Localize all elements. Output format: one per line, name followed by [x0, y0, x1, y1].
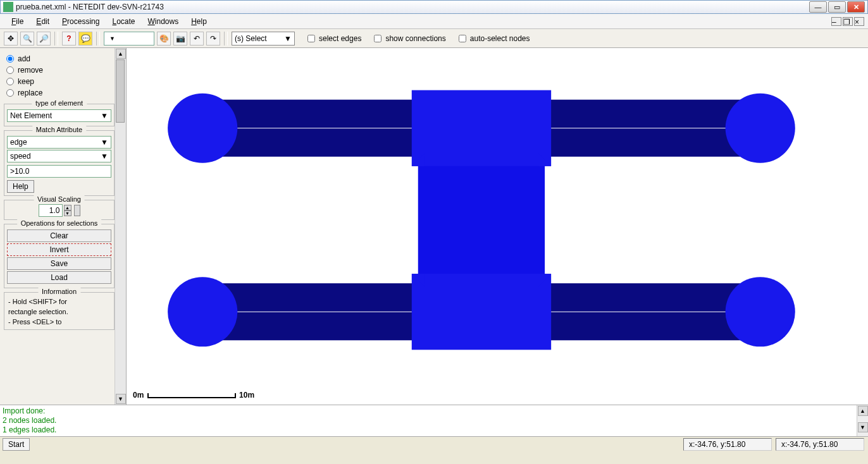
- menu-edit[interactable]: Edit: [30, 16, 56, 27]
- show-connections-input[interactable]: [374, 35, 381, 42]
- menu-bar: File Edit Processing Locate Windows Help…: [0, 14, 868, 29]
- canvas[interactable]: 0m 10m: [127, 48, 868, 405]
- radio-keep-label: keep: [18, 77, 34, 86]
- match-attr-value: speed: [10, 152, 31, 161]
- node[interactable]: [726, 94, 795, 163]
- log-line: 2 nodes loaded.: [3, 416, 865, 425]
- mode-select-combo[interactable]: (s) Select ▼: [232, 32, 295, 46]
- colorwheel-icon[interactable]: 🎨: [157, 32, 171, 46]
- coord-display-2: x:-34.76, y:51.80: [776, 438, 864, 451]
- scale-right: 10m: [239, 391, 254, 400]
- log-scrollbar[interactable]: ▲ ▼: [857, 405, 868, 436]
- select-edges-input[interactable]: [307, 35, 315, 42]
- menu-file[interactable]: File: [5, 16, 30, 27]
- menu-windows[interactable]: Windows: [141, 16, 185, 27]
- spin-up-button[interactable]: ▲: [64, 205, 71, 211]
- menu-locate[interactable]: Locate: [106, 16, 141, 27]
- radio-keep[interactable]: [6, 78, 14, 85]
- scale-bar: [147, 393, 236, 398]
- type-of-element-combo[interactable]: Net Element ▼: [7, 109, 111, 122]
- show-connections-label: show connections: [385, 34, 445, 43]
- auto-select-nodes-checkbox[interactable]: auto-select nodes: [459, 34, 530, 43]
- match-attribute-panel: Match Attribute edge ▼ speed ▼ Help: [4, 130, 115, 196]
- match-attr-combo[interactable]: speed ▼: [7, 150, 111, 162]
- auto-select-nodes-input[interactable]: [459, 35, 466, 42]
- type-of-element-value: Net Element: [10, 111, 52, 120]
- redo-icon[interactable]: ↷: [206, 32, 220, 46]
- separator: [54, 32, 58, 46]
- scroll-down-button[interactable]: ▼: [858, 422, 868, 432]
- node[interactable]: [168, 277, 237, 346]
- chevron-down-icon: ▼: [101, 152, 108, 161]
- move-tool-icon[interactable]: ✥: [4, 32, 18, 46]
- radio-add[interactable]: [6, 55, 14, 63]
- log-line: Import done:: [3, 406, 865, 416]
- info-line-1: - Hold <SHIFT> for: [7, 296, 111, 307]
- show-connections-checkbox[interactable]: show connections: [374, 34, 445, 43]
- window-buttons: — ▭ ✕: [809, 1, 865, 13]
- app-icon: [3, 2, 13, 12]
- radio-remove[interactable]: [6, 66, 14, 74]
- locate-tool-icon[interactable]: 🔎: [37, 32, 51, 46]
- node[interactable]: [726, 277, 795, 346]
- select-edges-checkbox[interactable]: select edges: [307, 34, 361, 43]
- load-button[interactable]: Load: [7, 271, 111, 284]
- log-area: Import done: 2 nodes loaded. 1 edges loa…: [0, 405, 868, 436]
- auto-select-nodes-label: auto-select nodes: [470, 34, 530, 43]
- info-line-3: - Press <DEL> to: [7, 317, 111, 327]
- tooltip-icon[interactable]: 💬: [78, 32, 92, 46]
- sidebar: add remove keep replace type of element …: [0, 48, 127, 405]
- match-attribute-legend: Match Attribute: [32, 126, 86, 133]
- network-view[interactable]: [127, 48, 868, 405]
- select-edges-label: select edges: [319, 34, 361, 43]
- help-icon[interactable]: ?: [62, 32, 76, 46]
- visual-scaling-input[interactable]: [39, 204, 63, 217]
- operations-legend: Operations for selections: [17, 219, 102, 227]
- sidebar-scrollbar[interactable]: ▲ ▼: [115, 48, 126, 405]
- mdi-restore-button[interactable]: ❐: [843, 17, 853, 26]
- separator: [224, 32, 228, 46]
- camera-icon[interactable]: 📷: [173, 32, 187, 46]
- undo-icon[interactable]: ↶: [190, 32, 204, 46]
- save-button[interactable]: Save: [7, 257, 111, 270]
- spin-down-button[interactable]: ▼: [64, 211, 71, 216]
- info-line-2: rectangle selection.: [7, 307, 111, 317]
- chevron-down-icon: ▼: [284, 34, 292, 43]
- visual-scaling-panel: Visual Scaling ▲ ▼: [4, 200, 115, 220]
- maximize-button[interactable]: ▭: [828, 1, 846, 13]
- junction-top[interactable]: [412, 90, 551, 166]
- visual-scaling-legend: Visual Scaling: [34, 195, 85, 203]
- mode-select-value: (s) Select: [235, 34, 267, 43]
- information-legend: Information: [38, 288, 80, 295]
- log-line: 1 edges loaded.: [3, 425, 865, 435]
- start-button[interactable]: Start: [3, 438, 30, 451]
- coord-display-1: x:-34.76, y:51.80: [683, 438, 772, 451]
- scroll-thumb[interactable]: [116, 59, 125, 123]
- scroll-up-button[interactable]: ▲: [858, 406, 868, 416]
- match-help-button[interactable]: Help: [7, 180, 34, 193]
- information-panel: Information - Hold <SHIFT> for rectangle…: [4, 292, 115, 330]
- operations-panel: Operations for selections Clear Invert S…: [4, 224, 115, 288]
- zoom-tool-icon[interactable]: 🔍: [20, 32, 34, 46]
- close-button[interactable]: ✕: [847, 1, 865, 13]
- node[interactable]: [168, 94, 237, 163]
- mdi-minimize-button[interactable]: –: [831, 17, 841, 26]
- scroll-up-button[interactable]: ▲: [116, 49, 126, 59]
- minimize-button[interactable]: —: [809, 1, 827, 13]
- radio-add-label: add: [18, 54, 30, 63]
- match-tag-combo[interactable]: edge ▼: [7, 136, 111, 149]
- mdi-close-button[interactable]: ×: [854, 17, 864, 26]
- scroll-down-button[interactable]: ▼: [116, 394, 126, 404]
- menu-processing[interactable]: Processing: [56, 16, 106, 27]
- status-bar: Start x:-34.76, y:51.80 x:-34.76, y:51.8…: [0, 436, 868, 451]
- radio-replace[interactable]: [6, 89, 14, 97]
- scale-left: 0m: [133, 391, 144, 400]
- scheme-combo[interactable]: ▼: [104, 32, 154, 46]
- scale-slider-icon[interactable]: [74, 205, 80, 216]
- invert-button[interactable]: Invert: [7, 243, 111, 256]
- menu-help[interactable]: Help: [185, 16, 213, 27]
- clear-button[interactable]: Clear: [7, 229, 111, 242]
- match-expr-input[interactable]: [7, 165, 111, 178]
- junction-bottom[interactable]: [412, 274, 551, 350]
- scale-indicator: 0m 10m: [133, 391, 254, 400]
